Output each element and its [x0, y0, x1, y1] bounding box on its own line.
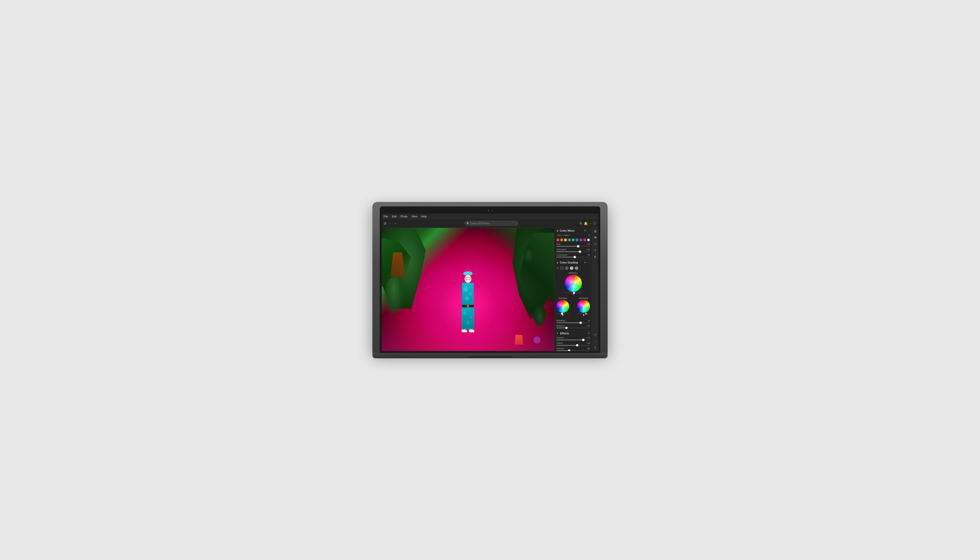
- panel-icon-mask[interactable]: ◐: [594, 255, 597, 258]
- dehaze-thumb[interactable]: [568, 350, 571, 351]
- bell-icon[interactable]: 🔔: [584, 222, 588, 225]
- color-dot-aqua[interactable]: [572, 238, 575, 242]
- shadows-track[interactable]: [556, 313, 569, 314]
- highlights-wheel[interactable]: [577, 300, 590, 313]
- search-icon: 🔍: [466, 222, 469, 225]
- midtones-wheel[interactable]: [565, 275, 582, 292]
- color-dot-magenta[interactable]: [583, 238, 586, 242]
- settings-icon-cm[interactable]: ⚙: [588, 234, 590, 237]
- hue-track[interactable]: [556, 246, 590, 247]
- menu-photo[interactable]: Photo: [401, 215, 408, 218]
- grading-mid-circle[interactable]: [565, 267, 568, 270]
- person-head: [464, 275, 471, 283]
- menu-edit[interactable]: Edit: [392, 215, 397, 218]
- sat-track[interactable]: [556, 252, 590, 252]
- color-mixer-header[interactable]: ◈ Color Mixer 👁 ⋯: [554, 228, 592, 233]
- lum-fill: [556, 257, 575, 257]
- nav-back-button[interactable]: ←: [388, 222, 391, 225]
- grading-all-icon[interactable]: ⊕: [556, 267, 559, 270]
- panel-icon-crop[interactable]: ⊡: [594, 242, 597, 245]
- dehaze-track[interactable]: [556, 350, 590, 351]
- shadows-thumb[interactable]: [561, 313, 563, 315]
- grading-light-circle[interactable]: [570, 267, 573, 270]
- highlights-slider-row: [577, 313, 590, 314]
- torso-pattern: [462, 283, 474, 305]
- laptop: File Edit Photo View Help ⊞ ← → 🔍: [373, 202, 607, 358]
- sat-thumb[interactable]: [579, 250, 581, 253]
- laptop-foot: [468, 356, 512, 358]
- midtones-slider-track[interactable]: [565, 293, 582, 293]
- adjust-label: Adjust: [556, 234, 562, 237]
- panel-icon-heal[interactable]: ✦: [594, 248, 597, 252]
- panel-icon-adjust[interactable]: ≋: [594, 236, 597, 239]
- color-mixer-title: Color Mixer: [560, 229, 582, 232]
- blending-thumb[interactable]: [579, 322, 582, 324]
- color-dot-blue[interactable]: [576, 238, 579, 242]
- blending-slider-row: Blending 74: [554, 318, 592, 323]
- grading-dark-circle[interactable]: [575, 267, 578, 270]
- sidebar-toggle-icon[interactable]: ⊞: [384, 222, 386, 225]
- clarity-track[interactable]: [556, 345, 590, 345]
- color-dot-green[interactable]: [568, 238, 571, 242]
- search-bar[interactable]: 🔍 Search All Photos: [464, 220, 518, 226]
- shadows-container: Shadows: [556, 297, 569, 316]
- filter-icon[interactable]: ⧉: [580, 221, 582, 225]
- menu-help[interactable]: Help: [421, 215, 427, 218]
- midtones-slider-thumb[interactable]: [573, 292, 575, 294]
- highlights-track[interactable]: [577, 313, 590, 314]
- color-dot-yellow[interactable]: [564, 238, 567, 242]
- menu-view[interactable]: View: [411, 215, 417, 218]
- lum-value: -10: [587, 254, 590, 256]
- panel-content: ◈ Color Mixer 👁 ⋯ Adjust Color: [554, 228, 592, 351]
- share-icon[interactable]: ↑: [590, 222, 591, 225]
- effects-header[interactable]: ▼ Effects 👁: [554, 331, 592, 336]
- indicator-dot: [491, 210, 492, 211]
- effects-title: Effects: [560, 332, 586, 335]
- grading-shadow-circle[interactable]: [560, 267, 564, 270]
- expand-icon[interactable]: ⋯: [588, 229, 590, 232]
- texture-slider-row: Texture +74: [554, 336, 592, 342]
- middle-left-plant: [384, 277, 404, 314]
- lum-track[interactable]: [556, 257, 590, 257]
- panel-icon-presets[interactable]: ⏱: [594, 333, 597, 337]
- midtones-wheel-dot[interactable]: [572, 283, 574, 285]
- panel-icon-histogram[interactable]: ▦: [594, 229, 597, 233]
- lum-thumb[interactable]: [574, 256, 576, 258]
- color-grading-header[interactable]: ◈ Color Grading 👁 ⋯: [554, 260, 592, 265]
- color-dot-red[interactable]: [556, 238, 559, 242]
- texture-thumb[interactable]: [582, 339, 584, 341]
- panel-icon-info[interactable]: ℹ: [595, 346, 596, 350]
- texture-fill: [556, 340, 583, 340]
- balance-thumb[interactable]: [565, 327, 568, 329]
- menu-bar: File Edit Photo View Help: [382, 214, 598, 219]
- clarity-value: +26: [586, 342, 590, 344]
- color-dot-orange[interactable]: [560, 238, 563, 242]
- balance-track[interactable]: [556, 328, 590, 328]
- panel-icon-more[interactable]: ⋯: [594, 340, 597, 343]
- hue-value: +15: [586, 243, 590, 245]
- cg-expand-icon[interactable]: ⋯: [588, 261, 590, 264]
- nav-forward-button[interactable]: →: [393, 222, 397, 225]
- highlights-wheel-white: [577, 300, 590, 313]
- blending-track[interactable]: [556, 323, 590, 323]
- hue-thumb[interactable]: [577, 245, 579, 248]
- color-dot-purple[interactable]: [579, 238, 582, 242]
- cg-eye-icon[interactable]: 👁: [584, 261, 586, 264]
- left-shoe: [462, 329, 467, 332]
- shadows-highlights-row: Shadows: [556, 297, 590, 316]
- color-grading-title: Color Grading: [560, 261, 582, 264]
- info-icon[interactable]: ⓘ: [593, 221, 596, 225]
- color-mode-label[interactable]: Color ▾: [564, 234, 571, 237]
- laptop-base: [373, 353, 607, 358]
- shadows-dot[interactable]: [561, 305, 562, 307]
- clarity-thumb[interactable]: [576, 344, 579, 347]
- person-figure: [462, 271, 474, 332]
- highlights-dot[interactable]: [584, 305, 585, 306]
- highlights-thumb[interactable]: [585, 313, 587, 315]
- effects-eye-icon[interactable]: 👁: [587, 332, 590, 335]
- color-dot-white[interactable]: [587, 238, 590, 242]
- eye-icon[interactable]: 👁: [584, 229, 586, 232]
- menu-file[interactable]: File: [384, 215, 388, 218]
- texture-track[interactable]: [556, 340, 590, 340]
- shadows-wheel[interactable]: [556, 300, 569, 313]
